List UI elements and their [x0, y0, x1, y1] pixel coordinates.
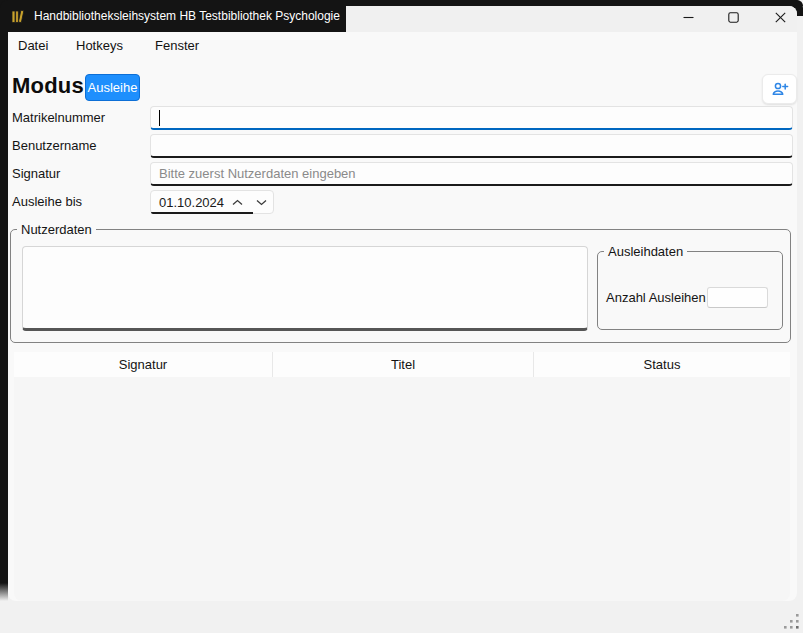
menu-item-datei[interactable]: Datei	[18, 38, 48, 53]
chevron-up-icon	[232, 199, 243, 206]
table-header-signatur[interactable]: Signatur	[14, 352, 272, 377]
chevron-down-icon	[256, 199, 267, 206]
matrikelnummer-input[interactable]	[150, 106, 793, 130]
mode-ausleihe-button[interactable]: Ausleihe	[85, 74, 140, 101]
signatur-input[interactable]	[150, 162, 793, 186]
minimize-icon	[683, 12, 694, 23]
ausleihdaten-legend: Ausleihdaten	[604, 244, 687, 259]
menu-item-fenster[interactable]: Fenster	[155, 38, 199, 53]
minimize-button[interactable]	[671, 5, 705, 29]
date-spin-up-button[interactable]	[225, 191, 249, 213]
table-header-status[interactable]: Status	[533, 352, 790, 377]
window-frame-left	[0, 0, 8, 601]
maximize-icon	[728, 12, 739, 23]
close-button[interactable]	[763, 5, 797, 29]
table-header-titel[interactable]: Titel	[272, 352, 533, 377]
signatur-label: Signatur	[12, 162, 60, 186]
ausleihe-bis-label: Ausleihe bis	[12, 190, 82, 214]
titlebar: Handbibliotheksleihsystem HB Testbibliot…	[0, 0, 346, 32]
mode-heading: Modus	[12, 73, 84, 99]
table-header-row: Signatur Titel Status	[14, 352, 790, 377]
ausleihe-bis-value: 01.10.2024	[151, 195, 225, 210]
nutzerdaten-legend: Nutzerdaten	[17, 222, 96, 237]
maximize-button[interactable]	[716, 5, 750, 29]
anzahl-ausleihen-label: Anzahl Ausleihen	[606, 290, 706, 305]
matrikelnummer-label: Matrikelnummer	[12, 106, 105, 130]
person-add-icon	[771, 81, 789, 97]
nutzerdaten-textarea[interactable]	[22, 246, 588, 331]
close-icon	[775, 12, 786, 23]
benutzername-label: Benutzername	[12, 134, 97, 158]
date-spin-down-button[interactable]	[249, 191, 273, 213]
resize-grip-icon[interactable]	[783, 613, 801, 631]
ausleihe-bis-datepicker[interactable]: 01.10.2024	[150, 190, 274, 214]
text-caret	[159, 110, 160, 126]
table-body	[14, 377, 790, 601]
anzahl-ausleihen-input[interactable]	[707, 287, 768, 308]
menu-item-hotkeys[interactable]: Hotkeys	[76, 38, 123, 53]
add-user-button[interactable]	[762, 74, 797, 104]
app-icon	[11, 9, 26, 24]
benutzername-input[interactable]	[150, 134, 793, 158]
date-underline	[151, 212, 253, 214]
window-title: Handbibliotheksleihsystem HB Testbibliot…	[34, 9, 340, 23]
